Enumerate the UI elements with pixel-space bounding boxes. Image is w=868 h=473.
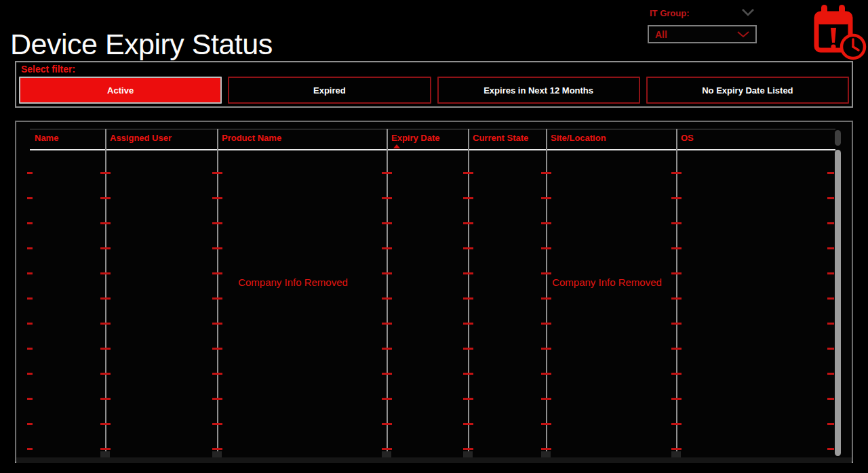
redacted-row-marks [100,149,111,454]
filter-button-active[interactable]: Active [19,77,222,104]
chevron-down-icon [737,31,749,38]
column-header-product-name[interactable]: Product Name [217,131,387,148]
column-header-label: OS [681,133,694,143]
table-top-gridline [30,129,835,129]
chevron-down-icon[interactable] [741,8,755,16]
column-header-label: Current State [473,133,528,143]
divider-foot [671,451,681,457]
page-title: Device Expiry Status [10,26,273,63]
it-group-dropdown-value: All [655,29,667,40]
filter-panel: Select filter: Active Expired Expires in… [15,61,853,108]
filter-button-no-expiry-date[interactable]: No Expiry Date Listed [646,77,849,104]
calendar-expiry-alert-clock-icon [814,3,867,62]
device-table-panel: Name Assigned User Product Name Expiry D… [15,121,853,463]
column-header-label: Name [35,133,58,143]
redacted-row-marks [671,149,682,454]
divider-foot [541,451,551,457]
redacted-row-marks [212,149,222,454]
divider-foot [212,451,222,457]
column-header-current-state[interactable]: Current State [468,131,546,148]
it-group-slicer-label: IT Group: [650,8,690,18]
redaction-note: Company Info Removed [552,276,662,288]
divider-foot [463,451,473,457]
sort-ascending-icon [393,144,400,148]
redacted-row-marks [463,149,473,454]
column-header-os[interactable]: OS [676,131,835,148]
column-header-assigned-user[interactable]: Assigned User [105,131,217,148]
filter-button-expires-12-months[interactable]: Expires in Next 12 Months [437,77,640,104]
vertical-scrollbar-top-cap[interactable] [835,130,841,146]
column-header-label: Assigned User [110,133,172,143]
device-expiry-dashboard: { "header": { "title": "Device Expiry St… [0,0,868,473]
column-header-site-location[interactable]: Site/Location [546,131,676,148]
divider-foot [100,451,110,457]
redacted-row-marks [27,149,33,454]
redacted-row-marks [827,149,834,454]
column-header-name[interactable]: Name [30,131,105,148]
filter-button-expired[interactable]: Expired [228,77,431,104]
it-group-dropdown[interactable]: All [648,25,757,43]
column-header-label: Product Name [222,133,281,143]
divider-foot [382,451,391,457]
vertical-scrollbar-thumb[interactable] [835,150,841,456]
filter-button-group: Active Expired Expires in Next 12 Months… [19,77,849,104]
column-header-label: Site/Location [551,133,606,143]
horizontal-scrollbar[interactable] [16,457,852,463]
filter-panel-label: Select filter: [21,64,75,75]
redaction-note: Company Info Removed [238,276,348,288]
redacted-row-marks [541,149,551,454]
redacted-row-marks [382,149,392,454]
column-header-label: Expiry Date [391,133,440,143]
header-underline [30,149,835,150]
